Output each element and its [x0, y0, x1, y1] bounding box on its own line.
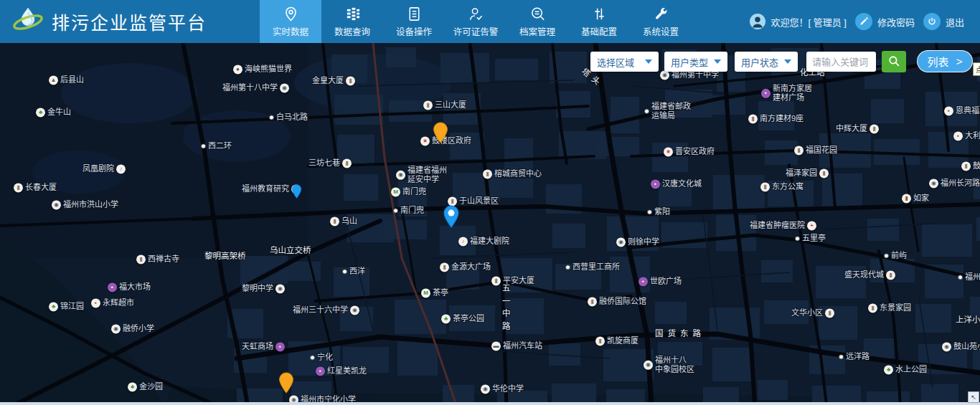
panda-icon: ● — [233, 65, 242, 75]
map-poi-label: ▮西禅古寺 — [136, 254, 179, 264]
map-poi-label: 南门兜 — [393, 206, 424, 215]
shop-icon: ▪ — [944, 107, 953, 116]
nav-tab-4[interactable]: 许可证告警 — [445, 0, 507, 43]
map-poi-label: ♣金沙园 — [128, 382, 163, 391]
keyword-input[interactable] — [806, 52, 876, 72]
list-button[interactable]: 列表 > — [917, 50, 973, 72]
app-logo-icon — [11, 4, 44, 39]
building-icon: ▮ — [868, 304, 877, 313]
map-poi-label: ▮南方建材9座 — [748, 114, 804, 123]
building-icon: ▮ — [14, 184, 23, 193]
map-poi-label: 福州第十八中学◉ — [222, 83, 289, 92]
subway-icon: M — [391, 188, 400, 197]
gov-star-icon: ★ — [420, 137, 430, 146]
user-type-dropdown[interactable]: 用户类型 — [664, 52, 727, 72]
arrow-right-icon: > — [956, 55, 963, 67]
mall-icon: ▪ — [108, 283, 117, 292]
chevron-down-icon — [645, 59, 652, 64]
nav-tab-label: 设备操作 — [396, 24, 432, 38]
building-icon: ▮ — [870, 125, 879, 134]
hotel-icon: ▮ — [902, 194, 911, 204]
map-marker-blue[interactable] — [443, 205, 460, 231]
nav-tab-label: 系统设置 — [643, 24, 679, 38]
map-marker-orange[interactable] — [433, 122, 448, 146]
map-poi-label: ●海峡熊猫世界 — [233, 65, 292, 74]
map-poi-label: ▮如家 — [902, 194, 929, 203]
road-label: 国货东路 — [655, 329, 705, 339]
music-icon: ♪ — [116, 165, 126, 174]
road-label: 上洋小区 — [956, 315, 980, 325]
map-canvas[interactable]: ▲后县山♣金牛山●海峡熊猫世界福州第十八中学◉白马北路西二环金皇大厦▮▮三山大厦… — [0, 43, 980, 405]
map-poi-label: 西洋 — [342, 267, 365, 276]
map-poi-label: 中辉大厦▮ — [836, 124, 879, 133]
building-icon: ▮ — [886, 271, 895, 280]
school-icon: ◉ — [52, 201, 61, 210]
change-password-link[interactable]: 修改密码 — [877, 15, 915, 29]
user-area: 欢迎您！[ 管理员 ] 修改密码 退出 — [749, 0, 980, 43]
map-poi-label: ♪福建大剧院 — [458, 237, 509, 246]
main-nav: 实时数据数据查询设备操作许可证告警档案管理基础配置系统设置 — [260, 0, 692, 43]
nav-tab-5[interactable]: 档案管理 — [507, 0, 568, 43]
map-poi-label: 西二环 — [201, 141, 232, 151]
building-icon: ▮ — [136, 255, 146, 265]
map-corner-control[interactable]: 点 — [973, 62, 980, 76]
building-icon: ▮ — [588, 297, 597, 307]
nav-tab-label: 实时数据 — [273, 24, 308, 38]
building-icon: ▮ — [330, 217, 339, 227]
building-icon: ▮ — [342, 159, 352, 168]
map-poi-label: 福州三十六中学◉ — [293, 305, 359, 315]
school-icon: ◉ — [111, 325, 121, 334]
park-icon: ♣ — [128, 383, 137, 392]
map-poi-label: ▮凯旋商厦 — [595, 336, 639, 346]
map-poi-label: ◉福州第十中学 — [660, 70, 719, 80]
road-dot-icon — [795, 237, 800, 242]
school-icon: ◉ — [644, 361, 653, 370]
road-dot-icon — [647, 210, 652, 215]
school-icon: ◉ — [396, 171, 405, 180]
wrench-icon — [653, 6, 669, 22]
map-poi-label: ▪恩典福瑞 — [944, 106, 980, 115]
edit-password-icon[interactable] — [855, 13, 872, 30]
brand: 排污企业监管平台 — [0, 0, 260, 43]
region-dropdown[interactable]: 选择区域 — [590, 52, 659, 72]
bus-icon: ▬ — [491, 342, 501, 351]
user-status-dropdown[interactable]: 用户状态 — [735, 52, 798, 72]
map-poi-label: 三坊七巷▮ — [308, 158, 352, 168]
road-label: 黎明高架桥 — [204, 252, 246, 262]
map-poi-label: 紫阳 — [647, 207, 670, 216]
map-poi-label: 福州 — [958, 272, 980, 282]
school-icon: ◉ — [616, 238, 626, 247]
nav-tab-1[interactable]: 实时数据 — [260, 0, 321, 43]
search-button[interactable] — [882, 51, 906, 72]
user-type-dropdown-label: 用户类型 — [671, 55, 708, 69]
map-pan-control[interactable]: ↖ — [968, 391, 979, 403]
welcome-text: 欢迎您！[ 管理员 ] — [771, 15, 847, 29]
map-poi-label: ◉福建省福州延安中学 — [396, 166, 447, 184]
power-icon[interactable] — [923, 13, 941, 30]
sliders-icon — [591, 6, 608, 22]
map-poi-label: 天虹商场▪ — [242, 342, 285, 351]
school-icon: ◉ — [929, 179, 938, 189]
map-poi-label: ▮长春大厦 — [14, 183, 57, 192]
map-poi-label: ★晋安区政府 — [664, 147, 715, 156]
school-icon: ◉ — [275, 285, 285, 294]
nav-tab-7[interactable]: 系统设置 — [630, 0, 692, 43]
road-dot-icon — [958, 275, 963, 280]
chevron-down-icon — [714, 59, 721, 64]
school-icon: ◉ — [481, 385, 490, 394]
map-poi-label: 五里亭 — [795, 234, 826, 243]
map-marker-blue[interactable] — [291, 184, 302, 201]
road-dot-icon — [644, 109, 649, 114]
building-icon: ▮ — [423, 101, 433, 110]
road-dot-icon — [201, 144, 206, 149]
nav-tab-6[interactable]: 基础配置 — [568, 0, 630, 43]
nav-tab-3[interactable]: 设备操作 — [383, 0, 445, 43]
map-poi-label: ▮福国花园 — [794, 146, 837, 155]
road-dot-icon — [565, 265, 570, 270]
nav-tab-2[interactable]: 数据查询 — [321, 0, 383, 43]
mall-icon: ▪ — [761, 89, 771, 98]
park-icon: ♣ — [441, 315, 451, 324]
school-icon: ◉ — [280, 84, 289, 93]
map-marker-orange[interactable] — [278, 372, 294, 396]
logout-link[interactable]: 退出 — [946, 15, 964, 29]
